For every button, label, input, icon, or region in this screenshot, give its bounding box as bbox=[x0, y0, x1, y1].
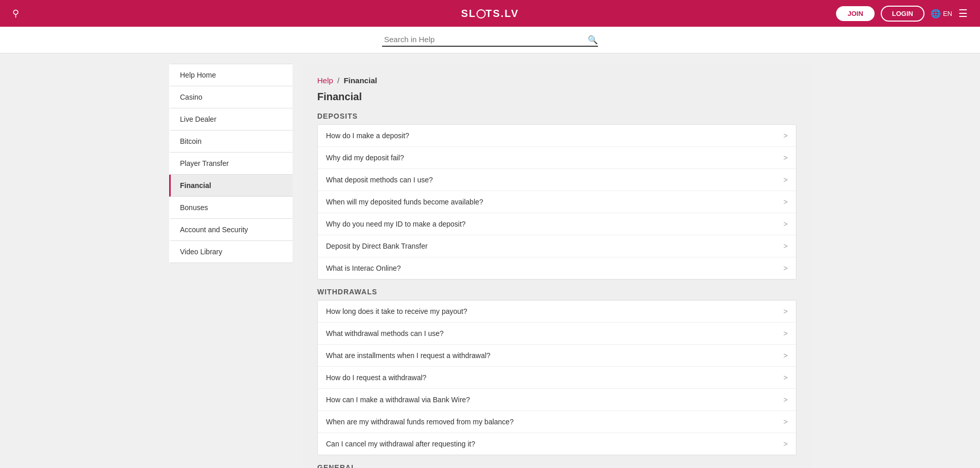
search-bar-container: 🔍 bbox=[0, 27, 980, 53]
logo-text: SLTS.LV bbox=[461, 8, 519, 19]
faq-deposit-1-chevron: > bbox=[784, 132, 788, 140]
login-button[interactable]: LOGIN bbox=[881, 6, 924, 22]
faq-deposit-2[interactable]: Why did my deposit fail?> bbox=[318, 147, 796, 169]
search-submit-button[interactable]: 🔍 bbox=[588, 34, 598, 44]
search-bar-wrapper: 🔍 bbox=[382, 33, 598, 47]
faq-withdrawal-5-chevron: > bbox=[784, 396, 788, 404]
sidebar-item-video-library[interactable]: Video Library bbox=[169, 241, 293, 263]
faq-withdrawal-3-chevron: > bbox=[784, 351, 788, 360]
logo-circle bbox=[476, 9, 485, 18]
withdrawals-faq-list: How long does it take to receive my payo… bbox=[317, 300, 796, 455]
globe-icon: 🌐 bbox=[931, 9, 941, 18]
faq-withdrawal-1-text: How long does it take to receive my payo… bbox=[326, 307, 777, 315]
search-icon[interactable]: ⚲ bbox=[12, 8, 19, 19]
faq-deposit-3-text: What deposit methods can I use? bbox=[326, 176, 777, 184]
faq-withdrawal-1[interactable]: How long does it take to receive my payo… bbox=[318, 301, 796, 323]
deposits-faq-list: How do I make a deposit?>Why did my depo… bbox=[317, 124, 796, 279]
sidebar-item-casino[interactable]: Casino bbox=[169, 86, 293, 108]
sidebar-item-account-security[interactable]: Account and Security bbox=[169, 219, 293, 241]
faq-withdrawal-5[interactable]: How can I make a withdrawal via Bank Wir… bbox=[318, 389, 796, 411]
logo: SLTS.LV bbox=[461, 7, 519, 20]
faq-deposit-4-chevron: > bbox=[784, 198, 788, 206]
sidebar-item-help-home[interactable]: Help Home bbox=[169, 64, 293, 86]
faq-deposit-1[interactable]: How do I make a deposit?> bbox=[318, 125, 796, 147]
faq-deposit-7-chevron: > bbox=[784, 264, 788, 272]
faq-withdrawal-7-text: Can I cancel my withdrawal after request… bbox=[326, 440, 777, 448]
sidebar: Help HomeCasinoLive DealerBitcoinPlayer … bbox=[169, 64, 293, 468]
faq-deposit-5-chevron: > bbox=[784, 220, 788, 228]
faq-deposit-2-chevron: > bbox=[784, 154, 788, 162]
hamburger-icon[interactable]: ☰ bbox=[958, 7, 968, 20]
faq-deposit-5[interactable]: Why do you need my ID to make a deposit?… bbox=[318, 213, 796, 235]
faq-withdrawal-3[interactable]: What are installments when I request a w… bbox=[318, 345, 796, 367]
sidebar-item-bonuses[interactable]: Bonuses bbox=[169, 197, 293, 219]
faq-withdrawal-6-text: When are my withdrawal funds removed fro… bbox=[326, 418, 777, 426]
withdrawals-heading: WITHDRAWALS bbox=[317, 288, 796, 296]
sidebar-item-player-transfer[interactable]: Player Transfer bbox=[169, 153, 293, 175]
faq-withdrawal-2-chevron: > bbox=[784, 329, 788, 338]
faq-deposit-4-text: When will my deposited funds become avai… bbox=[326, 198, 777, 206]
language-label: EN bbox=[943, 10, 952, 17]
header-right: JOIN LOGIN 🌐 EN ☰ bbox=[836, 6, 968, 22]
faq-deposit-3-chevron: > bbox=[784, 176, 788, 184]
faq-withdrawal-4-text: How do I request a withdrawal? bbox=[326, 373, 777, 382]
breadcrumb-current: Financial bbox=[343, 76, 377, 85]
faq-withdrawal-6[interactable]: When are my withdrawal funds removed fro… bbox=[318, 411, 796, 433]
sidebar-item-bitcoin[interactable]: Bitcoin bbox=[169, 130, 293, 153]
faq-withdrawal-6-chevron: > bbox=[784, 418, 788, 426]
search-icon-bar: 🔍 bbox=[588, 35, 598, 44]
faq-withdrawal-2[interactable]: What withdrawal methods can I use?> bbox=[318, 323, 796, 345]
search-input[interactable] bbox=[382, 33, 598, 46]
deposits-heading: DEPOSITS bbox=[317, 112, 796, 120]
join-button[interactable]: JOIN bbox=[836, 6, 874, 21]
header: ⚲ SLTS.LV JOIN LOGIN 🌐 EN ☰ bbox=[0, 0, 980, 27]
faq-deposit-2-text: Why did my deposit fail? bbox=[326, 154, 777, 162]
faq-deposit-6[interactable]: Deposit by Direct Bank Transfer> bbox=[318, 235, 796, 257]
faq-withdrawal-5-text: How can I make a withdrawal via Bank Wir… bbox=[326, 396, 777, 404]
faq-withdrawal-4-chevron: > bbox=[784, 373, 788, 382]
faq-withdrawal-7-chevron: > bbox=[784, 440, 788, 448]
faq-withdrawal-1-chevron: > bbox=[784, 307, 788, 315]
faq-withdrawal-2-text: What withdrawal methods can I use? bbox=[326, 329, 777, 338]
faq-withdrawal-3-text: What are installments when I request a w… bbox=[326, 351, 777, 360]
faq-deposit-7-text: What is Interac Online? bbox=[326, 264, 777, 272]
faq-deposit-6-chevron: > bbox=[784, 242, 788, 250]
faq-withdrawal-4[interactable]: How do I request a withdrawal?> bbox=[318, 367, 796, 389]
faq-withdrawal-7[interactable]: Can I cancel my withdrawal after request… bbox=[318, 433, 796, 455]
main-content: Help / Financial Financial DEPOSITS How … bbox=[303, 64, 811, 468]
page-container: Help HomeCasinoLive DealerBitcoinPlayer … bbox=[161, 53, 819, 468]
breadcrumb: Help / Financial bbox=[317, 76, 796, 85]
language-selector[interactable]: 🌐 EN bbox=[931, 9, 952, 18]
faq-deposit-6-text: Deposit by Direct Bank Transfer bbox=[326, 242, 777, 250]
breadcrumb-help-link[interactable]: Help bbox=[317, 76, 333, 85]
faq-deposit-1-text: How do I make a deposit? bbox=[326, 132, 777, 140]
sidebar-item-live-dealer[interactable]: Live Dealer bbox=[169, 108, 293, 130]
header-left: ⚲ bbox=[12, 8, 19, 19]
sidebar-item-financial[interactable]: Financial bbox=[169, 175, 293, 197]
general-heading: GENERAL bbox=[317, 463, 796, 468]
page-title: Financial bbox=[317, 91, 796, 103]
breadcrumb-separator: / bbox=[337, 76, 339, 85]
faq-deposit-3[interactable]: What deposit methods can I use?> bbox=[318, 169, 796, 191]
faq-deposit-5-text: Why do you need my ID to make a deposit? bbox=[326, 220, 777, 228]
faq-deposit-4[interactable]: When will my deposited funds become avai… bbox=[318, 191, 796, 213]
faq-deposit-7[interactable]: What is Interac Online?> bbox=[318, 257, 796, 279]
